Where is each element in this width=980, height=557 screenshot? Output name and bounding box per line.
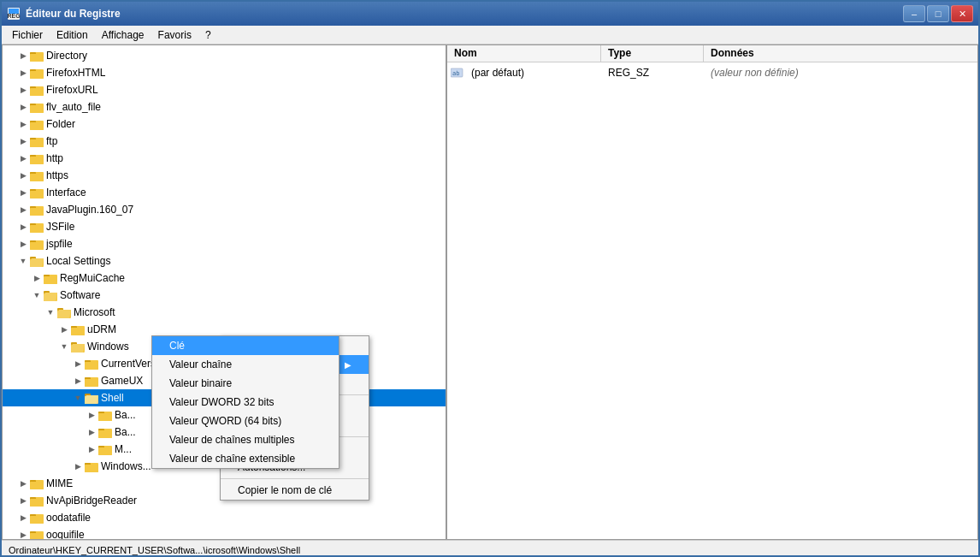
folder-icon (98, 443, 112, 455)
folder-icon (30, 118, 44, 130)
tree-item-ftp[interactable]: ▶ ftp (3, 133, 446, 150)
submenu-cle[interactable]: Clé (152, 336, 339, 355)
menu-bar: Fichier Edition Affichage Favoris ? (2, 26, 978, 44)
menu-affichage[interactable]: Affichage (95, 27, 151, 43)
tree-label: GameUX (101, 375, 143, 387)
folder-icon-open (44, 289, 57, 301)
tree-label: Interface (46, 187, 86, 199)
tree-item-flv[interactable]: ▶ flv_auto_file (3, 98, 446, 116)
main-container: ▶ Directory ▶ FirefoxHTML ▶ (2, 44, 978, 540)
tree-item-firefoxhtml[interactable]: ▶ FirefoxHTML (3, 64, 446, 81)
tree-item-localsettings[interactable]: ▼ Local Settings (3, 252, 446, 270)
tree-label: Windows... (101, 460, 151, 472)
folder-icon (85, 358, 98, 370)
right-panel: Nom Type Données ab (par défaut) REG_SZ … (447, 45, 977, 539)
svg-rect-26 (30, 174, 44, 181)
tree-label: ftp (46, 135, 57, 147)
svg-rect-14 (30, 105, 44, 113)
folder-icon (30, 512, 44, 524)
app-icon: REG (7, 7, 21, 21)
tree-label: Shell (101, 392, 124, 404)
tree-item-jspfile[interactable]: ▶ jspfile (3, 235, 446, 252)
tree-label: JavaPlugin.160_07 (46, 204, 133, 216)
reg-nom: (par défaut) (466, 67, 603, 79)
folder-icon (98, 409, 112, 421)
folder-icon (30, 169, 44, 181)
menu-edition[interactable]: Edition (50, 27, 95, 43)
maximize-button[interactable]: □ (927, 5, 949, 22)
svg-rect-11 (30, 88, 44, 96)
tree-label: oodatafile (46, 512, 91, 524)
window-title: Éditeur du Registre (26, 8, 121, 20)
folder-icon (44, 272, 57, 284)
folder-icon-open (57, 306, 71, 318)
svg-rect-38 (30, 242, 44, 250)
submenu-valchaine[interactable]: Valeur chaîne (152, 355, 339, 374)
tree-label: JSFile (46, 221, 74, 233)
svg-rect-63 (98, 413, 112, 421)
tree-item-oodata[interactable]: ▶ oodatafile (3, 509, 446, 526)
folder-icon (30, 221, 44, 233)
menu-fichier[interactable]: Fichier (5, 27, 50, 43)
tree-item-interface[interactable]: ▶ Interface (3, 184, 446, 201)
tree-item-directory[interactable]: ▶ Directory (3, 47, 446, 64)
folder-icon (30, 477, 44, 489)
tree-label: Ba... (115, 426, 136, 438)
status-text: Ordinateur\HKEY_CURRENT_USER\Softwa...\i… (9, 545, 300, 555)
submenu-valmulti[interactable]: Valeur de chaînes multiples (152, 430, 339, 449)
tree-label: uDRM (87, 323, 116, 335)
submenu[interactable]: Clé Valeur chaîne Valeur binaire Valeur … (151, 335, 339, 469)
registry-row[interactable]: ab (par défaut) REG_SZ (valeur non défin… (449, 64, 976, 81)
svg-rect-50 (71, 328, 85, 335)
submenu-valdword32[interactable]: Valeur DWORD 32 bits (152, 393, 339, 412)
svg-rect-69 (98, 447, 112, 455)
tree-item-jsfile[interactable]: ▶ JSFile (3, 218, 446, 235)
tree-label: jspfile (46, 238, 73, 250)
folder-icon (71, 323, 85, 335)
tree-label: FirefoxURL (46, 84, 98, 96)
ctx-sep3 (221, 478, 369, 479)
tree-label: flv_auto_file (46, 101, 101, 113)
folder-icon-open (30, 255, 44, 267)
tree-label: ooguifile (46, 529, 85, 539)
tree-item-https[interactable]: ▶ https (3, 167, 446, 184)
tree-label: RegMuiCache (60, 272, 125, 284)
tree-label: Microsoft (74, 306, 115, 318)
tree-item-http[interactable]: ▶ http (3, 150, 446, 167)
svg-rect-75 (30, 482, 44, 489)
menu-favoris[interactable]: Favoris (151, 27, 198, 43)
folder-icon (30, 495, 44, 507)
tree-item-software[interactable]: ▼ Software (3, 287, 446, 304)
header-type: Type (601, 45, 704, 62)
tree-label: NvApiBridgeReader (46, 495, 137, 507)
tree-item-folder[interactable]: ▶ Folder (3, 116, 446, 133)
tree-label: Directory (46, 50, 87, 62)
svg-rect-66 (98, 430, 112, 438)
reg-value-icon: ab (449, 64, 466, 81)
right-panel-content: ab (par défaut) REG_SZ (valeur non défin… (447, 62, 977, 539)
tree-label: Windows (87, 341, 129, 353)
tree-item-microsoft[interactable]: ▼ Microsoft (3, 304, 446, 321)
folder-icon (30, 50, 44, 62)
tree-item-oogui[interactable]: ▶ ooguifile (3, 526, 446, 539)
submenu-valbinaire[interactable]: Valeur binaire (152, 374, 339, 393)
status-bar: Ordinateur\HKEY_CURRENT_USER\Softwa...\i… (2, 540, 978, 557)
tree-item-firefoxurl[interactable]: ▶ FirefoxURL (3, 81, 446, 98)
menu-help[interactable]: ? (198, 27, 218, 43)
submenu-valqword64[interactable]: Valeur QWORD (64 bits) (152, 412, 339, 430)
svg-rect-43 (44, 276, 57, 284)
svg-rect-55 (85, 362, 98, 370)
header-donnees: Données (704, 45, 977, 62)
tree-label: MIME (46, 477, 73, 489)
tree-item-regmuicache[interactable]: ▶ RegMuiCache (3, 270, 446, 287)
svg-rect-23 (30, 157, 44, 164)
tree-label: Ba... (115, 409, 136, 421)
folder-icon-open (71, 341, 85, 353)
submenu-valext[interactable]: Valeur de chaîne extensible (152, 449, 339, 468)
close-button[interactable]: ✕ (951, 5, 973, 22)
title-bar: REG Éditeur du Registre – □ ✕ (2, 2, 978, 26)
minimize-button[interactable]: – (903, 5, 925, 22)
ctx-copier[interactable]: Copier le nom de clé (221, 481, 369, 500)
tree-item-javaplugin[interactable]: ▶ JavaPlugin.160_07 (3, 201, 446, 218)
reg-type: REG_SZ (603, 67, 705, 79)
